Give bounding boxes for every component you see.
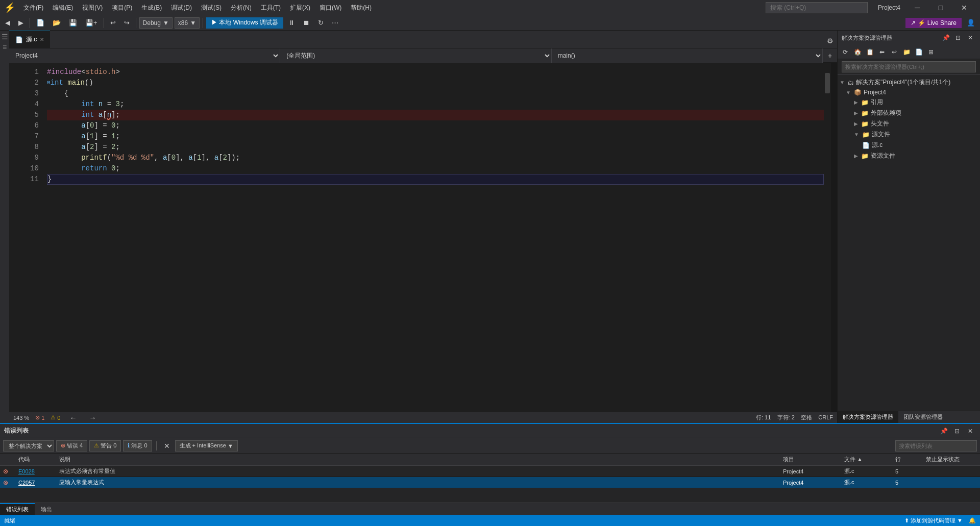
undo-button[interactable]: ↩ xyxy=(107,18,119,28)
open-file-button[interactable]: 📂 xyxy=(50,18,64,28)
menu-view[interactable]: 视图(V) xyxy=(78,3,107,13)
debug-tool-4[interactable]: ⋯ xyxy=(329,18,341,28)
col-suppress[interactable]: 禁止显示状态 xyxy=(926,456,977,463)
panel-pin-button[interactable]: 📌 xyxy=(940,32,951,43)
menu-analyze[interactable]: 分析(N) xyxy=(227,3,256,13)
menu-extensions[interactable]: 扩展(X) xyxy=(286,3,314,13)
next-error-button[interactable]: → xyxy=(86,413,99,423)
se-tool-8[interactable]: ⊞ xyxy=(925,46,937,58)
member-dropdown[interactable]: main() xyxy=(552,48,823,63)
menu-tools[interactable]: 工具(T) xyxy=(257,3,285,13)
panel-float-button[interactable]: ⊡ xyxy=(952,32,964,43)
activity-icon-1[interactable]: ☰ xyxy=(1,33,9,41)
error-code-link-2[interactable]: C2057 xyxy=(18,480,35,486)
editor-settings-button[interactable]: ⚙ xyxy=(823,34,837,48)
debug-tool-2[interactable]: ⏹ xyxy=(300,18,313,28)
new-file-button[interactable]: 📄 xyxy=(33,18,47,28)
save-button[interactable]: 💾 xyxy=(66,18,80,28)
notification-icon[interactable]: 🔔 xyxy=(969,517,976,524)
tab-solution-explorer[interactable]: 解决方案资源管理器 xyxy=(838,411,898,423)
build-filter-dropdown[interactable]: 生成 + IntelliSense ▼ xyxy=(175,440,238,452)
back-button[interactable]: ◀ xyxy=(2,18,13,28)
scope-filter-dropdown[interactable]: 整个解决方案 xyxy=(3,440,54,452)
se-tool-3[interactable]: 📋 xyxy=(864,46,875,58)
tab-team-explorer[interactable]: 团队资源管理器 xyxy=(898,411,948,423)
forward-button[interactable]: ▶ xyxy=(15,18,27,28)
warning-count[interactable]: ⚠ 0 xyxy=(51,414,60,421)
error-row-C2057[interactable]: ⊗ C2057 应输入常量表达式 Project4 源.c 5 xyxy=(0,477,980,488)
tab-close-button[interactable]: ✕ xyxy=(40,37,44,42)
scrollbar-thumb[interactable] xyxy=(825,73,830,93)
menu-project[interactable]: 项目(P) xyxy=(108,3,136,13)
solution-search-input[interactable] xyxy=(842,61,976,72)
global-scope-dropdown[interactable]: (全局范围) xyxy=(280,48,551,63)
se-tool-5[interactable]: ↩ xyxy=(889,46,900,58)
user-button[interactable]: 👤 xyxy=(964,18,978,28)
editor-scrollbar[interactable] xyxy=(824,63,831,412)
col-code[interactable]: 代码 xyxy=(18,456,59,463)
run-debugger-button[interactable]: ▶ 本地 Windows 调试器 xyxy=(206,17,283,29)
warnings-filter-badge[interactable]: ⚠ 警告 0 xyxy=(89,440,121,452)
error-row-desc-1: 表达式必须含有常量值 xyxy=(59,467,783,475)
platform-dropdown[interactable]: x86 ▼ xyxy=(175,17,200,29)
error-panel-close[interactable]: ✕ xyxy=(965,425,976,437)
ep-tab-errors[interactable]: 错误列表 xyxy=(0,503,35,515)
error-code-link-1[interactable]: E0028 xyxy=(18,468,35,474)
debug-config-dropdown[interactable]: Debug ▼ xyxy=(139,17,173,29)
add-scope-button[interactable]: + xyxy=(823,48,837,63)
error-badge-icon: ⊗ xyxy=(61,442,65,449)
se-tool-1[interactable]: ⟳ xyxy=(840,46,851,58)
title-search-input[interactable] xyxy=(766,2,868,13)
se-tool-7[interactable]: 📄 xyxy=(913,46,924,58)
minimize-button[interactable]: ─ xyxy=(905,0,929,15)
maximize-button[interactable]: □ xyxy=(929,0,952,15)
error-panel-pin[interactable]: 📌 xyxy=(938,425,949,437)
menu-help[interactable]: 帮助(H) xyxy=(347,3,376,13)
menu-window[interactable]: 窗口(W) xyxy=(315,3,346,13)
code-editor[interactable]: 1 2 3 4 5 6 7 8 9 10 11 #include<stdio.h… xyxy=(9,63,837,412)
add-to-scm-button[interactable]: ⬆ 添加到源代码管理 ▼ xyxy=(904,517,963,524)
activity-icon-2[interactable]: ≡ xyxy=(1,43,9,51)
menu-test[interactable]: 测试(S) xyxy=(197,3,226,13)
save-all-button[interactable]: 💾+ xyxy=(82,18,101,28)
tree-external-deps[interactable]: ▶ 📁 外部依赖项 xyxy=(838,108,980,118)
live-share-button[interactable]: ↗ ⚡ Live Share xyxy=(905,18,962,28)
breakpoint-area[interactable] xyxy=(9,63,17,412)
error-row-E0028[interactable]: ⊗ E0028 表达式必须含有常量值 Project4 源.c 5 xyxy=(0,466,980,477)
debug-tool-1[interactable]: ⏸ xyxy=(285,18,298,28)
tree-project4[interactable]: ▼ 📦 Project4 xyxy=(838,88,980,97)
menu-build[interactable]: 生成(B) xyxy=(137,3,166,13)
code-content[interactable]: #include<stdio.h> ⊟int main() { int n = … xyxy=(43,63,824,412)
project-scope-dropdown[interactable]: Project4 xyxy=(9,48,280,63)
messages-filter-badge[interactable]: ℹ 消息 0 xyxy=(123,440,152,452)
se-tool-2[interactable]: 🏠 xyxy=(852,46,863,58)
menu-file[interactable]: 文件(F) xyxy=(19,3,47,13)
menu-edit[interactable]: 编辑(E) xyxy=(48,3,77,13)
tree-resource-files[interactable]: ▶ 📁 资源文件 xyxy=(838,151,980,161)
error-count[interactable]: ⊗ 1 xyxy=(35,414,44,421)
se-tool-4[interactable]: ⬅ xyxy=(876,46,888,58)
clear-filter-button[interactable]: ✕ xyxy=(161,441,173,451)
col-file[interactable]: 文件 ▲ xyxy=(844,456,895,463)
tab-source-c[interactable]: 📄 源.c ✕ xyxy=(9,31,50,48)
debug-tool-3[interactable]: ↻ xyxy=(315,18,327,28)
tree-references[interactable]: ▶ 📁 引用 xyxy=(838,97,980,108)
col-desc[interactable]: 说明 xyxy=(59,456,783,463)
panel-close-button[interactable]: ✕ xyxy=(965,32,976,43)
ep-tab-output[interactable]: 输出 xyxy=(35,503,58,515)
error-panel-float[interactable]: ⊡ xyxy=(951,425,963,437)
zoom-level[interactable]: 143 % xyxy=(13,415,29,421)
se-tool-6[interactable]: 📁 xyxy=(901,46,912,58)
tree-header-files[interactable]: ▶ 📁 头文件 xyxy=(838,118,980,129)
col-project[interactable]: 项目 xyxy=(783,456,844,463)
errors-filter-badge[interactable]: ⊗ 错误 4 xyxy=(56,440,87,452)
tree-source-c-file[interactable]: 📄 源.c xyxy=(838,140,980,151)
close-button[interactable]: ✕ xyxy=(952,0,976,15)
col-line[interactable]: 行 xyxy=(895,456,926,463)
tree-source-files[interactable]: ▼ 📁 源文件 xyxy=(838,129,980,140)
menu-debug[interactable]: 调试(D) xyxy=(167,3,196,13)
prev-error-button[interactable]: ← xyxy=(66,413,80,423)
redo-button[interactable]: ↪ xyxy=(121,18,133,28)
error-search-input[interactable] xyxy=(895,440,977,452)
tree-solution-root[interactable]: ▼ 🗂 解决方案"Project4"(1个项目/共1个) xyxy=(838,77,980,88)
